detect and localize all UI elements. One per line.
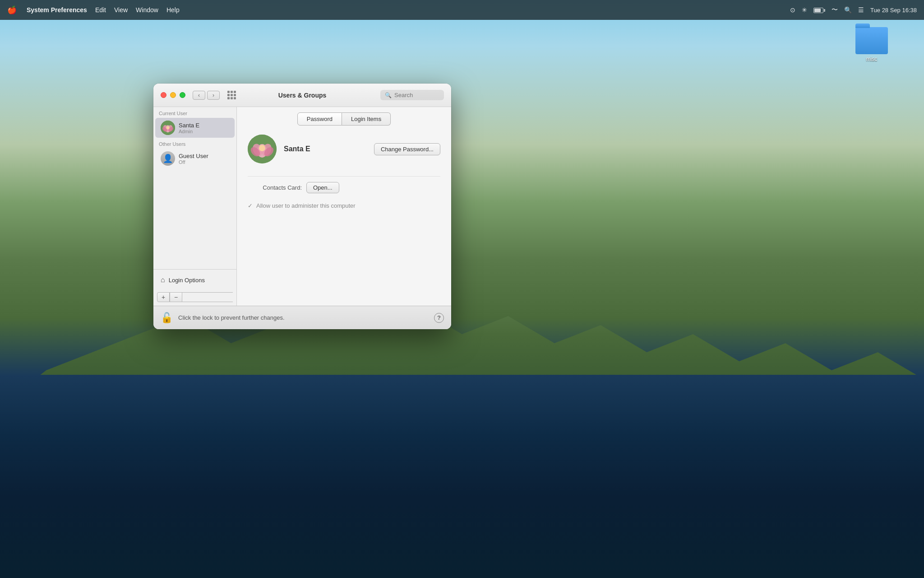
guest-avatar: 👤 bbox=[161, 151, 175, 166]
lock-message: Click the lock to prevent further change… bbox=[178, 314, 285, 321]
santa-e-name: Santa E bbox=[179, 122, 199, 129]
guest-info: Guest User Off bbox=[179, 153, 208, 165]
profile-name: Santa E bbox=[284, 145, 310, 153]
grid-icon bbox=[227, 91, 236, 99]
tab-password[interactable]: Password bbox=[297, 112, 342, 126]
login-options-button[interactable]: ⌂ Login Options bbox=[157, 273, 233, 287]
bluetooth-icon[interactable]: ✳ bbox=[802, 6, 807, 14]
login-options-label: Login Options bbox=[169, 277, 205, 284]
profile-avatar bbox=[248, 135, 277, 163]
desktop-folder-misc[interactable]: misc bbox=[855, 27, 888, 62]
profile-section: Santa E Change Password... bbox=[237, 126, 451, 172]
sidebar-item-guest[interactable]: 👤 Guest User Off bbox=[155, 149, 235, 168]
spotlight-icon[interactable]: 🔍 bbox=[844, 6, 852, 14]
search-icon: 🔍 bbox=[385, 92, 392, 98]
menubar-window[interactable]: Window bbox=[136, 6, 158, 14]
close-button[interactable] bbox=[161, 92, 166, 98]
nav-buttons: ‹ › bbox=[193, 91, 220, 100]
change-password-button[interactable]: Change Password... bbox=[374, 143, 440, 155]
wifi-icon[interactable]: 〜 bbox=[832, 6, 838, 14]
guest-status: Off bbox=[179, 159, 208, 165]
help-button[interactable]: ? bbox=[434, 313, 444, 323]
main-content: Password Login Items bbox=[237, 107, 451, 306]
svg-point-6 bbox=[166, 126, 170, 130]
screenshot-icon[interactable]: ⊙ bbox=[790, 6, 795, 14]
window-body: Current User bbox=[153, 107, 451, 306]
menubar-right: ⊙ ✳ 〜 🔍 ☰ Tue 28 Sep 16:38 bbox=[790, 6, 917, 14]
desktop-background bbox=[0, 0, 924, 578]
search-bar[interactable]: 🔍 bbox=[380, 90, 444, 100]
allow-admin-checkbox[interactable]: ✓ bbox=[248, 202, 253, 209]
santa-e-avatar bbox=[161, 121, 175, 135]
folder-icon bbox=[855, 27, 888, 54]
home-icon: ⌂ bbox=[161, 276, 165, 284]
grid-view-button[interactable] bbox=[225, 89, 238, 102]
guest-name: Guest User bbox=[179, 153, 208, 159]
users-groups-window: ‹ › Users & Groups 🔍 Current User bbox=[153, 84, 451, 329]
menubar-edit[interactable]: Edit bbox=[95, 6, 106, 14]
window-footer: 🔓 Click the lock to prevent further chan… bbox=[153, 306, 451, 329]
menubar-left: 🍎 System Preferences Edit View Window He… bbox=[7, 5, 180, 15]
santa-e-role: Admin bbox=[179, 129, 199, 134]
lock-icon[interactable]: 🔓 bbox=[161, 312, 173, 324]
remove-user-button[interactable]: − bbox=[170, 292, 182, 302]
folder-label: misc bbox=[866, 56, 878, 62]
contacts-card-row: Contacts Card: Open... bbox=[248, 176, 440, 199]
santa-e-info: Santa E Admin bbox=[179, 122, 199, 134]
minimize-button[interactable] bbox=[170, 92, 176, 98]
contacts-card-label: Contacts Card: bbox=[248, 184, 302, 191]
notification-center-icon[interactable]: ☰ bbox=[858, 6, 864, 14]
traffic-lights bbox=[161, 92, 185, 98]
sidebar-bottom: ⌂ Login Options bbox=[153, 269, 236, 290]
tab-bar: Password Login Items bbox=[237, 107, 451, 126]
menubar-view[interactable]: View bbox=[114, 6, 128, 14]
content-area: Contacts Card: Open... ✓ Allow user to a… bbox=[237, 172, 451, 306]
apple-menu[interactable]: 🍎 bbox=[7, 5, 17, 15]
menubar-datetime: Tue 28 Sep 16:38 bbox=[870, 7, 917, 14]
current-user-label: Current User bbox=[153, 107, 236, 118]
battery-icon bbox=[813, 7, 825, 14]
sidebar-item-santa-e[interactable]: Santa E Admin bbox=[155, 118, 235, 138]
sidebar: Current User bbox=[153, 107, 237, 306]
allow-admin-row: ✓ Allow user to administer this computer bbox=[248, 199, 440, 213]
forward-button[interactable]: › bbox=[207, 91, 220, 100]
open-contacts-button[interactable]: Open... bbox=[306, 182, 339, 193]
back-button[interactable]: ‹ bbox=[193, 91, 205, 100]
add-user-button[interactable]: + bbox=[157, 292, 170, 302]
menubar: 🍎 System Preferences Edit View Window He… bbox=[0, 0, 924, 20]
titlebar: ‹ › Users & Groups 🔍 bbox=[153, 84, 451, 107]
svg-point-13 bbox=[259, 145, 265, 151]
menubar-help[interactable]: Help bbox=[166, 6, 180, 14]
tab-login-items[interactable]: Login Items bbox=[342, 112, 391, 126]
search-input[interactable] bbox=[394, 92, 439, 98]
menubar-app-name[interactable]: System Preferences bbox=[27, 6, 87, 14]
other-users-label: Other Users bbox=[153, 138, 236, 149]
sidebar-controls: + − bbox=[153, 290, 236, 306]
allow-admin-label: Allow user to administer this computer bbox=[256, 202, 356, 209]
fullscreen-button[interactable] bbox=[180, 92, 185, 98]
window-title: Users & Groups bbox=[278, 92, 327, 99]
